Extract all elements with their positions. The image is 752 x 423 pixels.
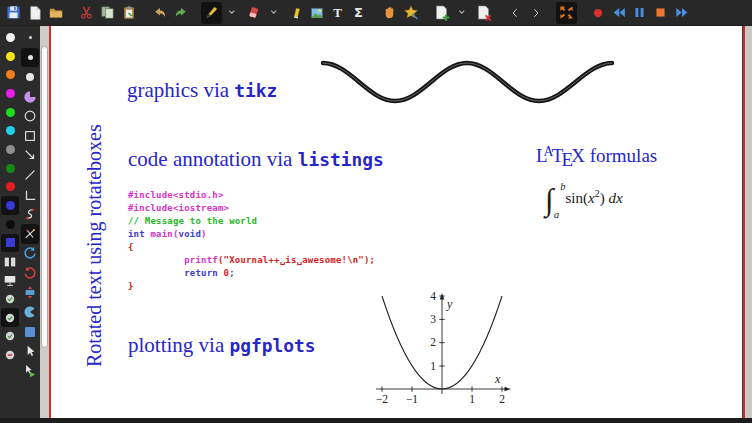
highlighter-tool-button[interactable] [285,2,306,24]
fast-forward-button[interactable] [671,2,692,24]
draw-circle-button[interactable] [21,106,39,126]
toggle-3-button[interactable] [1,327,19,346]
color-cyan-button[interactable] [1,121,19,140]
toggle-1-button[interactable] [1,290,19,309]
next-page-button[interactable] [525,2,546,24]
pen-size-fine-button[interactable] [21,28,39,48]
play-cursor-icon [23,364,37,378]
plot-axes [374,288,516,416]
code-line: return 0; [128,267,375,280]
color-gray-button[interactable] [1,140,19,159]
document-page[interactable]: Rotated text using rotateboxes graphics … [49,26,742,418]
math-tex-button[interactable]: Σ [348,2,369,24]
draw-spline-button[interactable] [21,204,39,224]
pen-size-medium-button[interactable] [21,48,39,68]
vertical-space-button[interactable] [21,283,39,303]
color-blue-button[interactable] [1,196,19,215]
chevron-down-icon [270,8,280,18]
color-dark-green-button[interactable] [1,159,19,178]
rotate-left-button[interactable] [21,244,39,264]
color-custom-button[interactable] [1,234,19,253]
screen-icon [3,274,17,287]
shape-angle-icon [23,188,37,202]
redo-button[interactable] [170,2,191,24]
save-button[interactable] [3,2,24,24]
add-page-options-button[interactable] [452,2,473,24]
xtick--1: −1 [406,393,418,405]
shape-rect-icon [23,129,37,143]
select-object-button[interactable] [21,342,39,362]
play-object-button[interactable] [21,361,39,381]
draw-coordinate-system-button[interactable] [21,185,39,205]
ytick-2: 2 [430,336,436,348]
code-line: // Message to the world [128,215,375,228]
delete-page-button[interactable] [473,2,494,24]
color-green-button[interactable] [1,103,19,122]
prev-page-button[interactable] [504,2,525,24]
eraser-options-button[interactable] [264,2,285,24]
paste-button[interactable] [118,2,139,24]
color-yellow-button[interactable] [1,47,19,66]
latex-formula: ∫ b a sin(x2) dx [543,182,623,218]
formula-body: sin(x2) dx [566,190,623,206]
code-line: } [128,280,375,293]
color-yellow-swatch [6,52,15,61]
check-circle-icon [4,330,16,342]
record-button[interactable] [587,2,608,24]
vertical-scrollbar-track[interactable] [40,26,49,418]
ytick-4: 4 [430,290,436,302]
color-red-button[interactable] [1,178,19,197]
fill-tool-button[interactable] [21,87,39,107]
shape-recognizer-button[interactable] [400,2,421,24]
pen-tool-button[interactable] [201,2,222,24]
page-delete-icon [476,5,492,21]
pen-size-thick-button[interactable] [21,67,39,87]
toggle-4-button[interactable] [1,346,19,365]
stroke-recognizer-icon [23,227,37,241]
fullscreen-button[interactable] [556,2,577,24]
sidebar-tool-column [20,28,40,418]
cut-button[interactable] [76,2,97,24]
vertical-scrollbar-thumb[interactable] [41,46,48,348]
lasso-icon [23,305,37,319]
draw-rectangle-button[interactable] [21,126,39,146]
new-file-button[interactable] [24,2,45,24]
color-magenta-swatch [6,89,15,98]
sigma-icon: Σ [354,6,363,19]
heading-listings-mono: listings [298,149,384,170]
pen-icon [204,5,219,20]
stop-button[interactable] [650,2,671,24]
tikz-sine-wave-drawing [320,55,618,109]
color-black-button[interactable] [1,215,19,234]
undo-button[interactable] [149,2,170,24]
stroke-recognizer-button[interactable] [21,224,39,244]
open-button[interactable] [45,2,66,24]
copy-button[interactable] [97,2,118,24]
select-region-button[interactable] [21,302,39,322]
rewind-icon [611,6,627,19]
new-file-icon [28,5,42,20]
pen-options-button[interactable] [222,2,243,24]
pause-icon [633,6,646,19]
rewind-button[interactable] [608,2,629,24]
text-tool-button[interactable]: T [327,2,348,24]
eraser-tool-button[interactable] [243,2,264,24]
hand-tool-button[interactable] [379,2,400,24]
xtick--2: −2 [376,393,388,405]
integral-lower-limit: a [554,209,559,220]
stop-icon [654,6,667,19]
hand-icon [382,5,397,20]
color-magenta-button[interactable] [1,84,19,103]
rotate-right-button[interactable] [21,263,39,283]
dual-page-view-button[interactable] [1,252,19,271]
presentation-mode-button[interactable] [1,271,19,290]
draw-arrow-button[interactable] [21,146,39,166]
draw-line-button[interactable] [21,165,39,185]
insert-image-button[interactable] [306,2,327,24]
select-rectangle-button[interactable] [21,322,39,342]
toggle-2-button[interactable] [1,308,19,327]
color-white-button[interactable] [1,28,19,47]
pause-button[interactable] [629,2,650,24]
add-page-button[interactable] [431,2,452,24]
color-orange-button[interactable] [1,65,19,84]
